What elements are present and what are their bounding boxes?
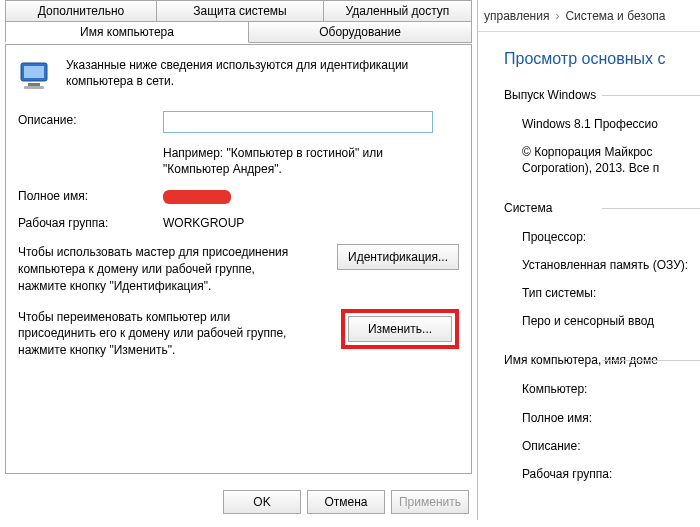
change-blurb: Чтобы переименовать компьютер или присое… <box>18 309 298 359</box>
identify-blurb: Чтобы использовать мастер для присоедине… <box>18 244 298 294</box>
system-type-label: Тип системы: <box>522 285 700 301</box>
workgroup-label: Рабочая группа: <box>18 214 163 230</box>
fullname2-label: Полное имя: <box>522 410 700 426</box>
tab-panel-computer-name: Указанные ниже сведения используются для… <box>5 44 472 474</box>
workgroup2-label: Рабочая группа: <box>522 466 700 482</box>
breadcrumb-item[interactable]: управления <box>484 9 549 23</box>
description-label: Описание: <box>18 111 163 127</box>
system-info-pane: управления › Система и безопа Просмотр о… <box>478 0 700 520</box>
system-properties-dialog: Дополнительно Защита системы Удаленный д… <box>0 0 478 520</box>
chevron-right-icon: › <box>555 9 559 23</box>
cancel-button[interactable]: Отмена <box>307 490 385 514</box>
example-hint: Например: "Компьютер в гостиной" или "Ко… <box>163 143 433 177</box>
highlight-box: Изменить... <box>341 309 459 349</box>
svg-rect-3 <box>24 86 44 89</box>
copyright-text: © Корпорация Майкрос Corporation), 2013.… <box>522 144 700 176</box>
tab-advanced[interactable]: Дополнительно <box>5 0 157 22</box>
svg-rect-1 <box>24 66 44 78</box>
computer-label: Компьютер: <box>522 381 700 397</box>
page-heading: Просмотр основных с <box>504 50 700 68</box>
breadcrumb-item[interactable]: Система и безопа <box>565 9 665 23</box>
group-windows-edition: Выпуск Windows <box>504 88 700 102</box>
intro-text: Указанные ниже сведения используются для… <box>66 57 459 89</box>
workgroup-value: WORKGROUP <box>163 214 244 230</box>
processor-label: Процессор: <box>522 229 700 245</box>
fullname-value <box>163 187 231 204</box>
description-input[interactable] <box>163 111 433 133</box>
pen-touch-label: Перо и сенсорный ввод <box>522 313 700 329</box>
breadcrumb[interactable]: управления › Система и безопа <box>478 0 700 32</box>
identify-button[interactable]: Идентификация... <box>337 244 459 270</box>
redacted-icon <box>163 190 231 204</box>
description2-label: Описание: <box>522 438 700 454</box>
tab-remote-access[interactable]: Удаленный доступ <box>323 0 472 22</box>
computer-icon <box>18 59 54 95</box>
apply-button[interactable]: Применить <box>391 490 469 514</box>
windows-edition-value: Windows 8.1 Профессио <box>522 116 700 132</box>
ram-label: Установленная память (ОЗУ): <box>522 257 692 273</box>
fullname-label: Полное имя: <box>18 187 163 203</box>
change-button[interactable]: Изменить... <box>348 316 452 342</box>
group-system: Система <box>504 201 700 215</box>
svg-rect-2 <box>28 83 40 86</box>
ok-button[interactable]: OK <box>223 490 301 514</box>
tab-strip: Дополнительно Защита системы Удаленный д… <box>5 0 472 44</box>
tab-system-protect[interactable]: Защита системы <box>156 0 324 22</box>
tab-hardware[interactable]: Оборудование <box>248 21 472 43</box>
group-computer-name: Имя компьютера, имя доме <box>504 353 700 367</box>
dialog-button-bar: OK Отмена Применить <box>223 490 469 514</box>
tab-computer-name[interactable]: Имя компьютера <box>5 21 249 43</box>
